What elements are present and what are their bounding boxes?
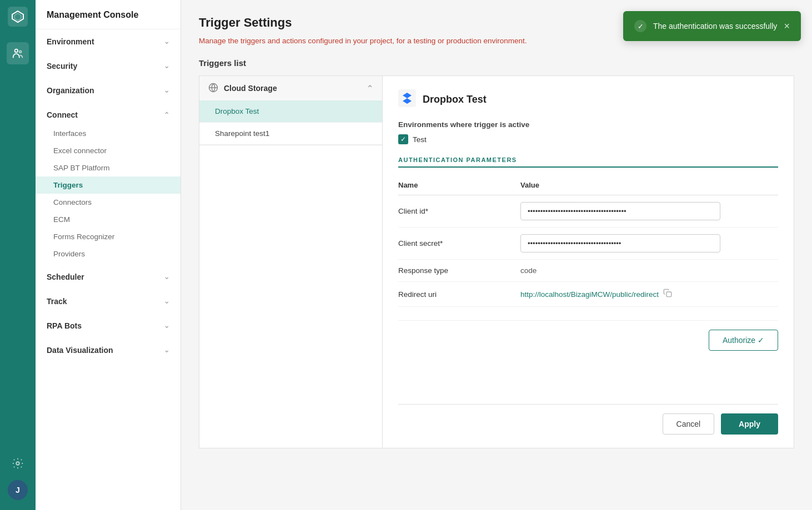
dropbox-logo-icon [398,89,416,109]
table-row: Client secret* [398,228,778,260]
client-secret-label: Client secret* [398,228,520,260]
triggers-list: Cloud Storage ⌃ Dropbox Test Sharepoint … [199,76,383,448]
chevron-down-icon: ⌄ [164,87,169,94]
sidebar-section-security: Security ⌄ [36,54,181,78]
client-id-input[interactable] [520,202,720,220]
env-label: Environments where trigger is active [398,120,778,129]
settings-icon-bar[interactable] [7,452,29,474]
app-logo [8,7,28,27]
chevron-down-icon: ⌄ [164,346,169,354]
svg-rect-6 [398,89,416,107]
chevron-down-icon: ⌄ [164,38,169,46]
sidebar-item-security[interactable]: Security ⌄ [36,56,181,76]
sidebar-item-triggers[interactable]: Triggers [36,176,181,194]
chevron-down-icon: ⌄ [164,322,169,330]
checkbox-row: ✓ Test [398,134,778,144]
response-type-value: code [520,260,778,282]
sidebar-title: Management Console [36,0,181,29]
response-type-label: Response type [398,260,520,282]
sidebar-section-data-visualization: Data Visualization ⌄ [36,338,181,362]
svg-rect-8 [666,292,671,297]
sidebar: Management Console Environment ⌄ Securit… [36,0,181,510]
sidebar-item-sap-bt-platform[interactable]: SAP BT Platform [36,159,181,176]
svg-point-2 [15,49,18,53]
checkbox-label: Test [413,135,427,144]
client-secret-input[interactable] [520,234,720,253]
col-value: Value [520,176,778,195]
sidebar-item-scheduler[interactable]: Scheduler ⌄ [36,267,181,287]
chevron-down-icon: ⌄ [164,273,169,281]
redirect-uri-cell: http://localhost/BizagiMCW/public/redire… [520,289,778,300]
auth-section-title: AUTHENTICATION PARAMETERS [398,156,778,168]
table-row: Response type code [398,260,778,282]
sidebar-item-interfaces[interactable]: Interfaces [36,125,181,142]
table-row: Redirect uri http://localhost/BizagiMCW/… [398,282,778,307]
right-panel: Dropbox Test Environments where trigger … [383,76,794,448]
test-checkbox[interactable]: ✓ [398,134,408,144]
cloud-storage-icon [208,83,219,94]
sidebar-item-organization[interactable]: Organization ⌄ [36,80,181,100]
content-area: Cloud Storage ⌃ Dropbox Test Sharepoint … [199,75,794,448]
col-name: Name [398,176,520,195]
sidebar-item-connectors[interactable]: Connectors [36,194,181,211]
trigger-category-header[interactable]: Cloud Storage ⌃ [199,76,382,100]
sidebar-section-organization: Organization ⌄ [36,78,181,103]
authorize-button[interactable]: Authorize ✓ [709,330,778,351]
cancel-button[interactable]: Cancel [663,413,715,435]
chevron-up-icon: ⌃ [164,111,169,119]
client-secret-value [520,228,778,260]
toast-check-icon: ✓ [634,20,646,32]
client-id-value [520,195,778,228]
panel-header: Dropbox Test [398,89,778,109]
client-id-label: Client id* [398,195,520,228]
toast-message: The authentication was successfully [653,22,777,31]
sidebar-section-scheduler: Scheduler ⌄ [36,265,181,289]
toast-notification: ✓ The authentication was successfully × [623,11,801,41]
panel-footer: Cancel Apply [398,404,778,435]
avatar[interactable]: J [8,480,28,500]
svg-point-4 [16,462,19,465]
cloud-storage-label: Cloud Storage [224,84,277,93]
sidebar-section-environment: Environment ⌄ [36,29,181,54]
trigger-item-sharepoint-test1[interactable]: Sharepoint test1 [199,123,382,145]
main-content: Trigger Settings Manage the triggers and… [181,0,812,510]
sidebar-section-connect: Connect ⌃ Interfaces Excel connector SAP… [36,103,181,265]
sidebar-item-providers[interactable]: Providers [36,245,181,262]
apply-button[interactable]: Apply [721,413,778,435]
sidebar-item-environment[interactable]: Environment ⌄ [36,32,181,52]
sidebar-item-rpa-bots[interactable]: RPA Bots ⌄ [36,316,181,336]
sidebar-item-excel-connector[interactable]: Excel connector [36,142,181,159]
redirect-uri-text: http://localhost/BizagiMCW/public/redire… [520,290,659,299]
auth-table: Name Value Client id* Client secret* [398,176,778,307]
copy-icon[interactable] [663,289,672,300]
icon-bar-bottom: J [7,452,29,510]
sidebar-item-connect[interactable]: Connect ⌃ [36,105,181,125]
trigger-item-dropbox-test[interactable]: Dropbox Test [199,100,382,123]
table-row: Client id* [398,195,778,228]
sidebar-icon-users[interactable] [7,42,29,64]
sidebar-item-forms-recognizer[interactable]: Forms Recognizer [36,228,181,245]
trigger-category-cloud-storage: Cloud Storage ⌃ Dropbox Test Sharepoint … [199,76,382,145]
authorize-row: Authorize ✓ [398,320,778,351]
redirect-uri-label: Redirect uri [398,282,520,307]
sidebar-item-ecm[interactable]: ECM [36,211,181,228]
panel-title: Dropbox Test [423,94,487,105]
svg-marker-1 [14,13,21,21]
chevron-up-icon: ⌃ [367,84,373,93]
chevron-down-icon: ⌄ [164,62,169,70]
sidebar-item-track[interactable]: Track ⌄ [36,291,181,311]
toast-close-button[interactable]: × [784,21,790,31]
triggers-list-label: Triggers list [199,58,794,68]
redirect-uri-value: http://localhost/BizagiMCW/public/redire… [520,282,778,307]
sidebar-section-track: Track ⌄ [36,289,181,314]
svg-point-3 [19,51,22,53]
sidebar-section-rpa-bots: RPA Bots ⌄ [36,314,181,338]
icon-bar: J [0,0,36,510]
chevron-down-icon: ⌄ [164,297,169,305]
sidebar-item-data-visualization[interactable]: Data Visualization ⌄ [36,340,181,360]
